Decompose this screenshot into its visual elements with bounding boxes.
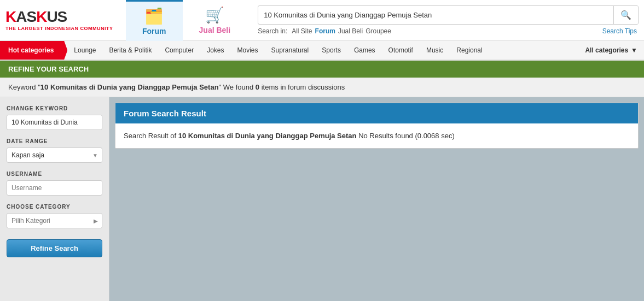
search-opt-forum[interactable]: Forum — [315, 27, 335, 35]
search-options: Search in: All Site Forum Jual Beli Grou… — [258, 27, 639, 35]
tab-jualbeli[interactable]: 🛒 Jual Beli — [183, 0, 247, 41]
keyword-prefix: Keyword " — [8, 83, 40, 91]
username-input[interactable] — [7, 180, 102, 196]
refine-search-button[interactable]: Refine Search — [7, 239, 102, 257]
keyword-count: 0 — [256, 83, 259, 91]
change-keyword-input[interactable] — [7, 115, 102, 130]
date-range-label: DATE RANGE — [7, 138, 102, 144]
tab-jualbeli-label: Jual Beli — [199, 26, 231, 34]
category-nav: Hot categories Lounge Berita & Politik C… — [0, 41, 644, 61]
logo-subtitle: THE LARGEST INDONESIAN COMMUNITY — [5, 26, 126, 31]
logo-as: AS — [16, 8, 36, 25]
search-opt-allsite[interactable]: All Site — [292, 27, 312, 35]
nav-tabs: 🗂️ Forum 🛒 Jual Beli — [126, 0, 247, 41]
search-area: 🔍 Search in: All Site Forum Jual Beli Gr… — [258, 5, 639, 35]
date-range-wrap: Kapan saja Hari ini Minggu ini Bulan ini — [7, 147, 102, 163]
main: CHANGE KEYWORD DATE RANGE Kapan saja Har… — [0, 97, 644, 301]
cat-supranatural[interactable]: Supranatural — [265, 41, 316, 60]
result-box: Forum Search Result Search Result of 10 … — [115, 103, 639, 149]
cat-regional[interactable]: Regional — [450, 41, 489, 60]
keyword-items-text: items in forum discussions — [259, 83, 345, 91]
chevron-down-icon: ▼ — [631, 46, 637, 54]
keyword-value: 10 Komunitas di Dunia yang Dianggap Pemu… — [40, 83, 219, 91]
hot-categories[interactable]: Hot categories — [0, 41, 67, 60]
keyword-bar: Keyword "10 Komunitas di Dunia yang Dian… — [0, 78, 644, 97]
tab-forum-label: Forum — [142, 27, 166, 36]
search-bar: 🔍 — [258, 5, 639, 25]
refine-label: REFINE YOUR SEARCH — [8, 65, 89, 73]
cat-berita[interactable]: Berita & Politik — [102, 41, 158, 60]
result-search-suffix: No Results found (0.0068 sec) — [357, 132, 455, 140]
date-range-select[interactable]: Kapan saja Hari ini Minggu ini Bulan ini — [7, 147, 102, 163]
cat-movies[interactable]: Movies — [230, 41, 264, 60]
search-tips[interactable]: Search Tips — [602, 27, 637, 35]
logo-k: K — [5, 8, 16, 25]
username-label: USERNAME — [7, 171, 102, 177]
forum-icon: 🗂️ — [144, 7, 164, 25]
cat-computer[interactable]: Computer — [158, 41, 200, 60]
logo-text: KASKUS — [5, 9, 126, 25]
result-header: Forum Search Result — [115, 103, 638, 123]
search-button[interactable]: 🔍 — [613, 6, 638, 24]
refine-bar: REFINE YOUR SEARCH — [0, 61, 644, 78]
category-label: CHOOSE CATEGORY — [7, 204, 102, 210]
cat-otomotif[interactable]: Otomotif — [382, 41, 420, 60]
cat-sports[interactable]: Sports — [315, 41, 347, 60]
header: KASKUS THE LARGEST INDONESIAN COMMUNITY … — [0, 0, 644, 41]
result-search-prefix: Search Result of — [124, 132, 178, 140]
logo-us: US — [47, 8, 67, 25]
search-input[interactable] — [258, 7, 613, 23]
change-keyword-label: CHANGE KEYWORD — [7, 105, 102, 111]
category-select-wrap — [7, 213, 102, 228]
search-opt-jualbeli[interactable]: Jual Beli — [338, 27, 363, 35]
search-in-label: Search in: — [258, 27, 287, 35]
cat-lounge[interactable]: Lounge — [67, 41, 102, 60]
result-body: Search Result of 10 Komunitas di Dunia y… — [115, 123, 638, 148]
cat-music[interactable]: Music — [420, 41, 450, 60]
cat-games[interactable]: Games — [347, 41, 382, 60]
category-input[interactable] — [7, 213, 102, 228]
tab-forum[interactable]: 🗂️ Forum — [126, 0, 183, 41]
cat-jokes[interactable]: Jokes — [200, 41, 230, 60]
all-categories-label: All categories — [585, 46, 628, 54]
keyword-suffix: " We found — [219, 83, 256, 91]
jualbeli-icon: 🛒 — [205, 6, 224, 24]
search-opt-groupee[interactable]: Groupee — [365, 27, 391, 35]
logo-k2: K — [36, 8, 47, 25]
sidebar: CHANGE KEYWORD DATE RANGE Kapan saja Har… — [0, 97, 109, 301]
content: Forum Search Result Search Result of 10 … — [109, 97, 644, 301]
result-search-keyword: 10 Komunitas di Dunia yang Dianggap Pemu… — [178, 132, 357, 140]
logo-area: KASKUS THE LARGEST INDONESIAN COMMUNITY — [5, 9, 126, 31]
all-categories[interactable]: All categories ▼ — [578, 41, 644, 60]
